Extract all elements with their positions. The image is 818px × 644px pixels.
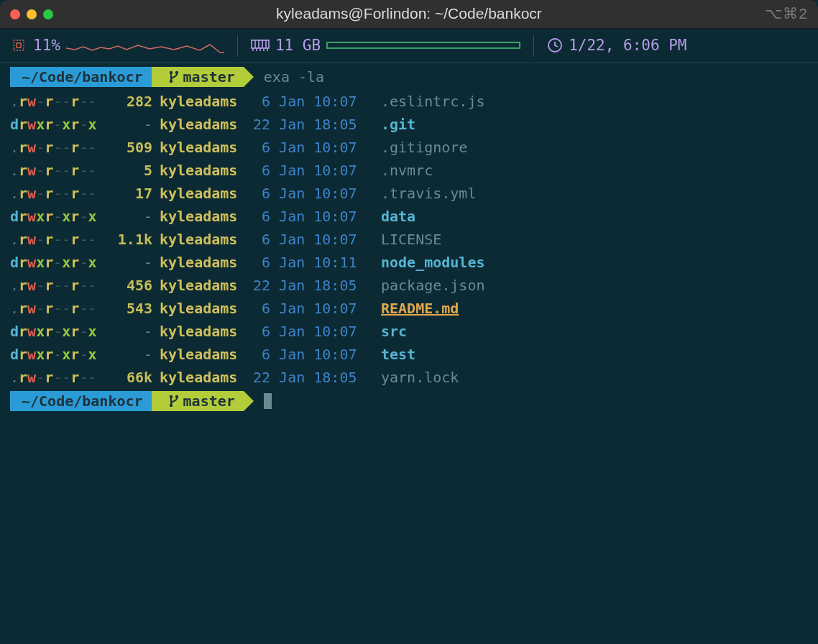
titlebar: kyleadams@Forlindon: ~/Code/bankocr ⌥⌘2 — [0, 0, 818, 29]
git-branch-icon — [169, 395, 179, 408]
file-permissions: .rw-r--r-- — [10, 91, 105, 113]
file-size: - — [105, 206, 152, 228]
prompt-branch: master — [152, 67, 244, 87]
file-name: .nvmrc — [374, 160, 433, 182]
file-date: 6 Jan 10:07 — [247, 137, 374, 159]
prompt-cwd: ~/Code/bankocr — [10, 391, 152, 411]
minimize-icon[interactable] — [27, 9, 37, 19]
file-owner: kyleadams — [152, 206, 247, 228]
clock-value: 1/22, 6:06 PM — [569, 34, 686, 58]
file-name: data — [374, 206, 415, 228]
svg-rect-0 — [14, 40, 24, 50]
close-icon[interactable] — [10, 9, 20, 19]
file-permissions: drwxr-xr-x — [10, 321, 105, 343]
file-owner: kyleadams — [152, 321, 247, 343]
file-date: 6 Jan 10:07 — [247, 229, 374, 251]
prompt-command: exa -la — [264, 66, 324, 88]
file-date: 6 Jan 10:07 — [247, 160, 374, 182]
file-owner: kyleadams — [152, 114, 247, 136]
status-bar: 11% 11 GB 1/22, 6:06 PM — [0, 29, 818, 63]
file-owner: kyleadams — [152, 160, 247, 182]
prompt-line: ~/Code/bankocr master — [10, 390, 808, 413]
list-item: .rw-r--r--282kyleadams 6 Jan 10:07.eslin… — [10, 90, 808, 113]
file-size: 456 — [105, 275, 152, 297]
separator — [533, 35, 534, 57]
svg-point-15 — [169, 80, 172, 83]
file-owner: kyleadams — [152, 229, 247, 251]
prompt-branch-label: master — [183, 390, 235, 413]
file-owner: kyleadams — [152, 183, 247, 205]
prompt-cwd: ~/Code/bankocr — [10, 67, 152, 87]
file-name: .git — [374, 114, 415, 136]
file-name: .eslintrc.js — [374, 91, 485, 113]
file-date: 6 Jan 10:11 — [247, 252, 374, 274]
list-item: drwxr-xr-x-kyleadams 6 Jan 10:11node_mod… — [10, 251, 808, 274]
file-date: 22 Jan 18:05 — [247, 275, 374, 297]
file-owner: kyleadams — [152, 298, 247, 320]
window-shortcut: ⌥⌘2 — [765, 2, 808, 26]
file-permissions: drwxr-xr-x — [10, 206, 105, 228]
file-owner: kyleadams — [152, 137, 247, 159]
file-owner: kyleadams — [152, 252, 247, 274]
file-permissions: drwxr-xr-x — [10, 344, 105, 366]
list-item: .rw-r--r--1.1kkyleadams 6 Jan 10:07LICEN… — [10, 228, 808, 251]
file-size: 543 — [105, 298, 152, 320]
zoom-icon[interactable] — [43, 9, 53, 19]
file-permissions: drwxr-xr-x — [10, 252, 105, 274]
clock-stat: 1/22, 6:06 PM — [547, 34, 686, 58]
file-listing: .rw-r--r--282kyleadams 6 Jan 10:07.eslin… — [10, 90, 808, 389]
list-item: .rw-r--r--543kyleadams 6 Jan 10:07README… — [10, 297, 808, 320]
svg-point-13 — [169, 71, 172, 74]
file-name: LICENSE — [374, 229, 441, 251]
list-item: drwxr-xr-x-kyleadams 6 Jan 10:07test — [10, 343, 808, 366]
file-date: 6 Jan 10:07 — [247, 91, 374, 113]
cursor[interactable] — [264, 393, 272, 409]
prompt-branch: master — [152, 391, 244, 411]
file-name: README.md — [374, 298, 459, 320]
list-item: .rw-r--r--456kyleadams22 Jan 18:05packag… — [10, 274, 808, 297]
file-permissions: .rw-r--r-- — [10, 367, 105, 389]
file-permissions: .rw-r--r-- — [10, 183, 105, 205]
file-size: 1.1k — [105, 229, 152, 251]
list-item: .rw-r--r--17kyleadams 6 Jan 10:07.travis… — [10, 182, 808, 205]
file-name: src — [374, 321, 407, 343]
file-size: 66k — [105, 367, 152, 389]
prompt-line: ~/Code/bankocr master exa -la — [10, 65, 808, 88]
cpu-sparkline — [66, 35, 224, 55]
file-date: 22 Jan 18:05 — [247, 367, 374, 389]
file-name: .gitignore — [374, 137, 467, 159]
file-name: package.json — [374, 275, 485, 297]
file-permissions: .rw-r--r-- — [10, 275, 105, 297]
file-date: 6 Jan 10:07 — [247, 321, 374, 343]
list-item: drwxr-xr-x-kyleadams 6 Jan 10:07src — [10, 320, 808, 343]
list-item: drwxr-xr-x-kyleadams 6 Jan 10:07data — [10, 205, 808, 228]
list-item: drwxr-xr-x-kyleadams22 Jan 18:05.git — [10, 113, 808, 136]
file-permissions: drwxr-xr-x — [10, 114, 105, 136]
file-date: 6 Jan 10:07 — [247, 298, 374, 320]
file-date: 6 Jan 10:07 — [247, 183, 374, 205]
clock-icon — [547, 37, 563, 53]
file-owner: kyleadams — [152, 91, 247, 113]
terminal-output[interactable]: ~/Code/bankocr master exa -la .rw-r--r--… — [0, 63, 818, 415]
file-owner: kyleadams — [152, 344, 247, 366]
file-permissions: .rw-r--r-- — [10, 298, 105, 320]
file-name: .travis.yml — [374, 183, 476, 205]
file-date: 22 Jan 18:05 — [247, 114, 374, 136]
file-size: - — [105, 344, 152, 366]
memory-value: 11 GB — [275, 34, 321, 58]
cpu-value: 11% — [33, 34, 60, 58]
svg-point-16 — [169, 395, 172, 398]
svg-point-14 — [175, 71, 178, 74]
file-size: - — [105, 252, 152, 274]
list-item: .rw-r--r--66kkyleadams22 Jan 18:05yarn.l… — [10, 366, 808, 389]
file-permissions: .rw-r--r-- — [10, 160, 105, 182]
file-owner: kyleadams — [152, 367, 247, 389]
file-name: test — [374, 344, 415, 366]
file-size: 282 — [105, 91, 152, 113]
svg-point-17 — [175, 395, 178, 398]
memory-bar — [326, 42, 520, 49]
file-owner: kyleadams — [152, 275, 247, 297]
file-permissions: .rw-r--r-- — [10, 137, 105, 159]
file-permissions: .rw-r--r-- — [10, 229, 105, 251]
cpu-stat: 11% — [10, 34, 224, 58]
